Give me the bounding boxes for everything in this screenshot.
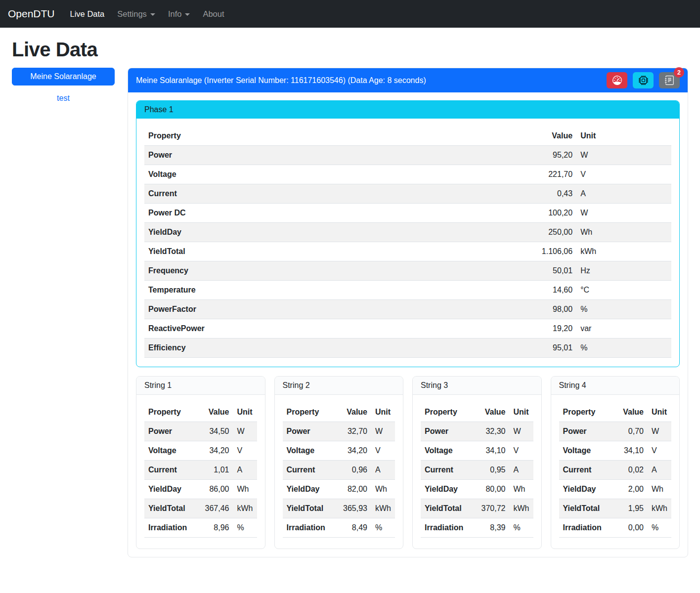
property-cell: Power (421, 422, 476, 441)
value-cell: 98,00 (414, 300, 576, 319)
value-cell: 34,20 (199, 441, 233, 461)
unit-cell: W (233, 422, 257, 441)
measurement-table: PropertyValueUnitPower95,20WVoltage221,7… (144, 127, 671, 358)
unit-cell: % (371, 518, 395, 538)
top-navbar: OpenDTU Live Data Settings Info About (0, 0, 700, 28)
table-row: YieldDay2,00Wh (559, 480, 672, 499)
value-cell: 2,00 (614, 480, 648, 499)
column-header-property: Property (283, 403, 338, 422)
inverter-panel-body: Phase 1 PropertyValueUnitPower95,20WVolt… (128, 92, 688, 557)
speedometer-icon (612, 76, 622, 85)
value-cell: 0,96 (338, 461, 371, 480)
value-cell: 0,02 (614, 461, 648, 480)
unit-cell: kWh (371, 499, 395, 518)
hardware-info-button[interactable] (633, 72, 654, 88)
unit-cell: W (648, 422, 671, 441)
phase-card-title: Phase 1 (136, 101, 679, 119)
property-cell: Power (559, 422, 614, 441)
unit-cell: V (371, 441, 395, 461)
value-cell: 1.106,06 (414, 242, 576, 261)
value-cell: 50,01 (414, 261, 576, 281)
string-card-title: String 1 (136, 377, 265, 395)
value-cell: 8,96 (199, 518, 233, 538)
column-header-value: Value (414, 127, 576, 146)
property-cell: Power (144, 146, 414, 165)
string-card: String 1 PropertyValueUnitPower34,50WVol… (136, 376, 265, 549)
brand-logo[interactable]: OpenDTU (8, 8, 55, 20)
table-header-row: PropertyValueUnit (283, 403, 395, 422)
property-cell: Power (144, 422, 199, 441)
nav-item-info[interactable]: Info (162, 5, 197, 23)
column-header-property: Property (559, 403, 614, 422)
unit-cell: % (510, 518, 533, 538)
property-cell: Voltage (559, 441, 614, 461)
unit-cell: Wh (233, 480, 257, 499)
property-cell: Irradiation (421, 518, 476, 538)
value-cell: 8,39 (476, 518, 509, 538)
column-header-unit: Unit (233, 403, 257, 422)
limit-control-button[interactable] (607, 72, 627, 88)
table-row: Current0,43A (144, 184, 671, 204)
property-cell: ReactivePower (144, 319, 414, 339)
unit-cell: A (233, 461, 257, 480)
column-header-value: Value (338, 403, 371, 422)
property-cell: Power DC (144, 204, 414, 223)
nav-item-live-data[interactable]: Live Data (64, 5, 111, 23)
inverter-link-test[interactable]: test (12, 94, 115, 103)
value-cell: 95,20 (414, 146, 576, 165)
table-row: Irradiation8,49% (283, 518, 395, 538)
table-header-row: PropertyValueUnit (144, 403, 257, 422)
strings-grid: String 1 PropertyValueUnitPower34,50WVol… (136, 376, 680, 549)
value-cell: 370,72 (476, 499, 509, 518)
property-cell: YieldTotal (283, 499, 338, 518)
value-cell: 250,00 (414, 223, 576, 242)
table-row: YieldTotal367,46kWh (144, 499, 257, 518)
inverter-panel: Meine Solaranlage (Inverter Serial Numbe… (128, 68, 688, 557)
inverter-select-button[interactable]: Meine Solaranlage (12, 68, 115, 85)
property-cell: YieldDay (283, 480, 338, 499)
string-card-title: String 3 (413, 377, 541, 395)
value-cell: 1,95 (614, 499, 648, 518)
unit-cell: W (576, 204, 671, 223)
property-cell: Voltage (144, 165, 414, 184)
property-cell: Current (144, 184, 414, 204)
table-row: Power34,50W (144, 422, 257, 441)
column-header-value: Value (476, 403, 509, 422)
value-cell: 82,00 (338, 480, 371, 499)
unit-cell: % (576, 300, 671, 319)
nav-item-label: About (203, 9, 224, 19)
property-cell: PowerFactor (144, 300, 414, 319)
unit-cell: Wh (576, 223, 671, 242)
value-cell: 1,01 (199, 461, 233, 480)
table-row: YieldTotal365,93kWh (283, 499, 395, 518)
table-row: Current1,01A (144, 461, 257, 480)
table-row: YieldTotal1.106,06kWh (144, 242, 671, 261)
nav-item-settings[interactable]: Settings (111, 5, 162, 23)
unit-cell: Wh (648, 480, 671, 499)
event-log-button[interactable]: 2 (659, 72, 680, 88)
chevron-down-icon (185, 13, 190, 16)
unit-cell: W (510, 422, 533, 441)
string-card-body: PropertyValueUnitPower34,50WVoltage34,20… (136, 395, 265, 549)
inverter-sidebar: Meine Solaranlage test (12, 68, 115, 103)
column-header-property: Property (144, 127, 414, 146)
value-cell: 100,20 (414, 204, 576, 223)
table-row: Voltage34,10V (559, 441, 672, 461)
nav-item-label: Live Data (70, 9, 105, 19)
property-cell: Current (283, 461, 338, 480)
property-cell: YieldTotal (144, 242, 414, 261)
property-cell: Temperature (144, 281, 414, 300)
table-row: YieldDay82,00Wh (283, 480, 395, 499)
property-cell: Irradiation (144, 518, 199, 538)
value-cell: 34,10 (476, 441, 509, 461)
value-cell: 0,95 (476, 461, 509, 480)
nav-item-about[interactable]: About (196, 5, 230, 23)
string-card-title: String 2 (275, 377, 403, 395)
unit-cell: A (371, 461, 395, 480)
string-card: String 2 PropertyValueUnitPower32,70WVol… (274, 376, 404, 549)
value-cell: 95,01 (414, 339, 576, 358)
value-cell: 32,70 (338, 422, 371, 441)
table-row: YieldDay86,00Wh (144, 480, 257, 499)
unit-cell: Wh (371, 480, 395, 499)
column-header-unit: Unit (371, 403, 395, 422)
